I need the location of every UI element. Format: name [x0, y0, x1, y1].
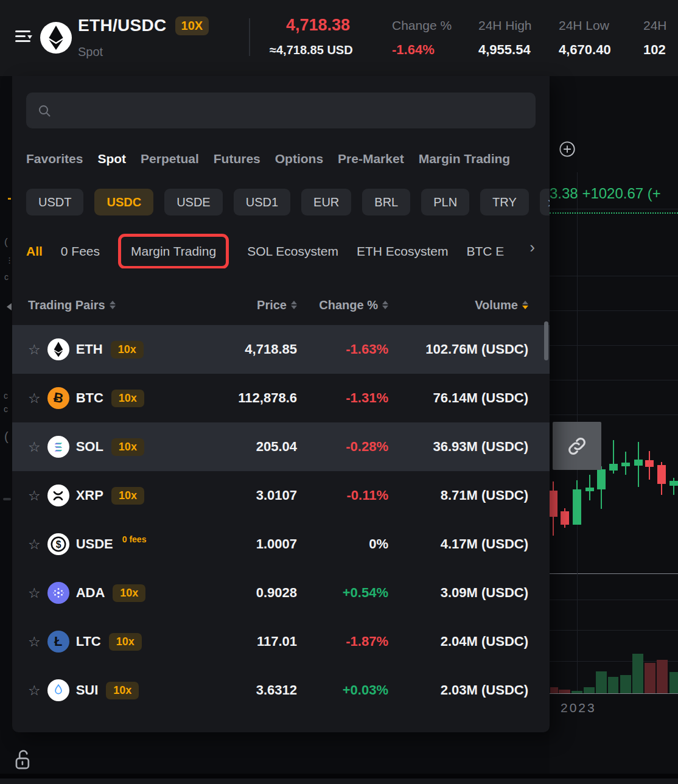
chart-dotted-price-line [550, 212, 678, 214]
favorite-star-icon[interactable]: ☆ [28, 343, 41, 357]
category-sol-ecosystem[interactable]: SOL Ecosystem [247, 244, 338, 259]
edge-fragment [8, 198, 11, 200]
quote-chip-brl[interactable]: BRL [362, 189, 410, 215]
tab-options[interactable]: Options [275, 152, 323, 166]
category-margin-trading[interactable]: Margin Trading [131, 244, 216, 259]
gridline [550, 630, 678, 631]
change-cell: -1.63% [297, 341, 388, 357]
column-header-price[interactable]: Price [206, 298, 297, 312]
table-row-xrp[interactable]: ☆XRP10x3.0107-0.11%8.71M (USDC) [12, 471, 550, 520]
eth-coin-icon [47, 338, 69, 360]
favorite-star-icon[interactable]: ☆ [28, 684, 41, 698]
category-0-fees[interactable]: 0 Fees [61, 244, 100, 259]
change-cell: +0.03% [297, 682, 388, 698]
category-btc-e[interactable]: BTC E [466, 244, 504, 259]
link-button[interactable] [553, 422, 601, 470]
quote-chip-try[interactable]: TRY [480, 189, 529, 215]
candle-body [657, 465, 666, 484]
volume-bar [596, 671, 607, 693]
table-row-btc[interactable]: ☆ɃBTC10x112,878.6-1.31%76.14M (USDC) [12, 374, 550, 422]
quote-chip-pln[interactable]: PLN [421, 189, 469, 215]
candle-body [645, 460, 654, 467]
table-row-sol[interactable]: ☆SOL10x205.04-0.28%36.93M (USDC) [12, 422, 550, 471]
search-input[interactable] [59, 103, 525, 118]
table-row-sui[interactable]: ☆SUI10x3.6312+0.03%2.03M (USDC) [12, 666, 550, 715]
plus-circle-icon[interactable] [559, 141, 576, 158]
change-cell: 0% [297, 536, 388, 552]
change-cell: -1.87% [297, 634, 388, 649]
tab-spot[interactable]: Spot [97, 152, 126, 166]
leverage-badge: 10x [113, 584, 145, 602]
table-row-ltc[interactable]: ☆ŁLTC10x117.01-1.87%2.04M (USDC) [12, 617, 550, 666]
candle-body [585, 488, 594, 491]
pair-symbol: ETH [76, 341, 103, 357]
table-header: Trading PairsPriceChange %Volume [12, 286, 550, 324]
unlock-icon[interactable] [13, 747, 34, 772]
table-row-ada[interactable]: ☆ADA10x0.9028+0.54%3.09M (USDC) [12, 569, 550, 617]
bottom-bar [0, 779, 678, 784]
quote-chip-usde[interactable]: USDE [164, 189, 223, 215]
pair-cell: ☆SOL10x [28, 436, 206, 458]
quote-chip-usdt[interactable]: USDT [26, 189, 83, 215]
annotation-red-box: Margin Trading [118, 234, 229, 268]
approx-usd-price: ≈4,718.85 USD [270, 43, 353, 57]
category-eth-ecosystem[interactable]: ETH Ecosystem [357, 244, 449, 259]
pair-symbol: XRP [76, 488, 103, 503]
chart-change-readout: 3.38 +1020.67 (+ [550, 185, 678, 202]
favorite-star-icon[interactable]: ☆ [28, 440, 41, 454]
volume-bar [657, 660, 668, 693]
quote-chip-usdc[interactable]: USDC [94, 189, 153, 215]
tab-favorites[interactable]: Favorites [26, 152, 83, 166]
favorite-star-icon[interactable]: ☆ [28, 537, 41, 551]
quote-chip-eur[interactable]: EUR [301, 189, 351, 215]
table-row-eth[interactable]: ☆ETH10x4,718.85-1.63%102.76M (USDC) [12, 325, 550, 374]
menu-hamburger-icon[interactable] [15, 30, 31, 44]
favorite-star-icon[interactable]: ☆ [28, 391, 41, 405]
tab-pre-market[interactable]: Pre-Market [338, 152, 404, 166]
panel-scrollbar-thumb[interactable] [544, 321, 548, 360]
category-filters: All0 FeesMargin TradingSOL EcosystemETH … [26, 234, 536, 268]
category-all[interactable]: All [26, 244, 43, 259]
ada-coin-icon [47, 582, 69, 604]
leverage-badge: 10x [106, 682, 139, 699]
candle-body [597, 469, 606, 489]
sort-icon [110, 301, 116, 310]
quote-more-chip[interactable]: › [540, 189, 550, 215]
column-header-trading-pairs[interactable]: Trading Pairs [28, 298, 206, 312]
favorite-star-icon[interactable]: ☆ [28, 489, 41, 503]
search-box[interactable] [26, 93, 536, 128]
tab-margin-trading[interactable]: Margin Trading [419, 152, 511, 166]
search-icon [37, 103, 52, 118]
table-row-usde[interactable]: ☆$USDE0 fees1.00070%4.17M (USDC) [12, 520, 550, 569]
column-header-volume[interactable]: Volume [388, 298, 528, 312]
gridline [550, 415, 678, 415]
favorite-star-icon[interactable]: ☆ [28, 586, 41, 600]
zero-fees-note: 0 fees [122, 534, 147, 544]
favorite-star-icon[interactable]: ☆ [28, 635, 41, 649]
gridline [550, 310, 678, 311]
quote-chip-usd1[interactable]: USD1 [234, 189, 290, 215]
leverage-badge: 10x [111, 390, 144, 407]
quote-currency-filters: USDTUSDCUSDEUSD1EURBRLPLNTRY› [26, 189, 550, 215]
pair-symbol: LTC [76, 634, 101, 649]
category-more-chevron-icon[interactable]: › [529, 238, 535, 257]
market-tabs: FavoritesSpotPerpetualFuturesOptionsPre-… [26, 152, 550, 166]
sol-coin-icon [47, 436, 69, 458]
edge-fragment: c [4, 404, 8, 414]
edge-fragment: ( [4, 236, 8, 248]
price-cell: 0.9028 [206, 585, 297, 601]
link-icon [565, 435, 589, 458]
price-cell: 3.6312 [206, 682, 297, 698]
edge-fragment [3, 498, 11, 500]
candle-body [634, 460, 643, 466]
tab-perpetual[interactable]: Perpetual [141, 152, 199, 166]
price-cell: 1.0007 [206, 536, 297, 552]
sort-icon [291, 301, 297, 310]
tab-futures[interactable]: Futures [214, 152, 260, 166]
pair-symbol: USDE [76, 536, 113, 552]
pair-title[interactable]: ETH/USDC [78, 16, 167, 35]
leverage-badge: 10X [175, 16, 209, 35]
gridline [550, 276, 678, 276]
column-header-change[interactable]: Change % [297, 298, 388, 312]
candle-body [609, 464, 618, 471]
